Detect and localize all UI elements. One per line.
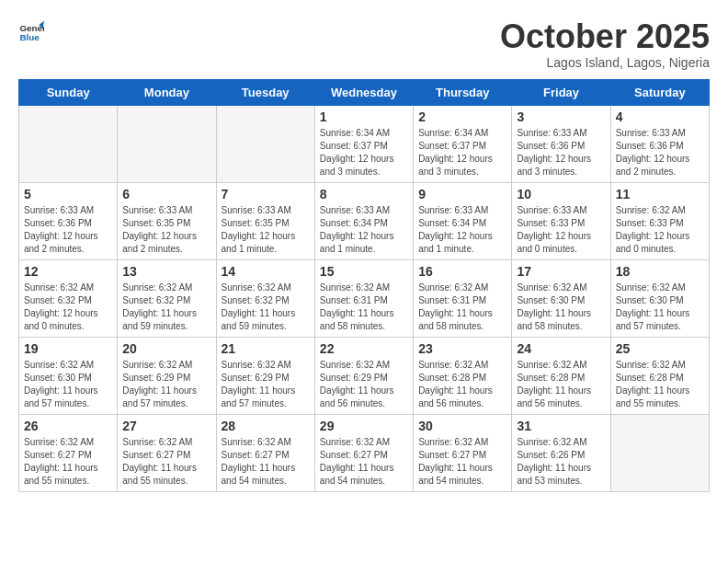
cell-w4-d4: 22Sunrise: 6:32 AM Sunset: 6:29 PM Dayli…	[314, 337, 413, 414]
day-info: Sunrise: 6:34 AM Sunset: 6:37 PM Dayligh…	[418, 127, 506, 178]
cell-w5-d1: 26Sunrise: 6:32 AM Sunset: 6:27 PM Dayli…	[19, 414, 118, 491]
header-row: Sunday Monday Tuesday Wednesday Thursday…	[19, 79, 710, 105]
cell-w1-d3	[216, 105, 314, 182]
day-number: 17	[517, 264, 605, 279]
title-section: October 2025 Lagos Island, Lagos, Nigeri…	[500, 18, 710, 70]
cell-w3-d4: 15Sunrise: 6:32 AM Sunset: 6:31 PM Dayli…	[314, 259, 413, 337]
day-number: 27	[122, 419, 210, 433]
cell-w2-d5: 9Sunrise: 6:33 AM Sunset: 6:34 PM Daylig…	[414, 182, 512, 259]
day-number: 15	[320, 264, 408, 279]
day-number: 6	[122, 187, 210, 201]
calendar-table: Sunday Monday Tuesday Wednesday Thursday…	[18, 79, 710, 492]
header-tuesday: Tuesday	[216, 79, 314, 105]
cell-w1-d6: 3Sunrise: 6:33 AM Sunset: 6:36 PM Daylig…	[512, 105, 610, 182]
day-info: Sunrise: 6:32 AM Sunset: 6:27 PM Dayligh…	[320, 436, 408, 488]
day-number: 23	[418, 341, 506, 356]
day-info: Sunrise: 6:32 AM Sunset: 6:29 PM Dayligh…	[320, 359, 408, 410]
day-number: 21	[222, 341, 310, 356]
day-number: 11	[616, 187, 704, 201]
day-number: 20	[122, 341, 210, 356]
header-saturday: Saturday	[610, 79, 709, 105]
day-number: 13	[122, 264, 210, 279]
cell-w2-d7: 11Sunrise: 6:32 AM Sunset: 6:33 PM Dayli…	[610, 182, 709, 259]
cell-w3-d5: 16Sunrise: 6:32 AM Sunset: 6:31 PM Dayli…	[414, 259, 512, 337]
day-number: 29	[320, 419, 408, 433]
day-info: Sunrise: 6:33 AM Sunset: 6:35 PM Dayligh…	[222, 204, 310, 256]
day-number: 2	[418, 109, 506, 124]
day-number: 1	[320, 109, 408, 124]
day-info: Sunrise: 6:32 AM Sunset: 6:31 PM Dayligh…	[418, 282, 506, 333]
day-number: 18	[616, 264, 704, 279]
cell-w2-d1: 5Sunrise: 6:33 AM Sunset: 6:36 PM Daylig…	[19, 182, 118, 259]
day-number: 31	[517, 419, 605, 433]
week-row-2: 5Sunrise: 6:33 AM Sunset: 6:36 PM Daylig…	[19, 182, 710, 259]
cell-w3-d2: 13Sunrise: 6:32 AM Sunset: 6:32 PM Dayli…	[118, 259, 216, 337]
day-info: Sunrise: 6:32 AM Sunset: 6:27 PM Dayligh…	[418, 436, 506, 488]
day-number: 28	[222, 419, 310, 433]
day-info: Sunrise: 6:32 AM Sunset: 6:28 PM Dayligh…	[616, 359, 704, 410]
header-thursday: Thursday	[414, 79, 512, 105]
cell-w4-d5: 23Sunrise: 6:32 AM Sunset: 6:28 PM Dayli…	[414, 337, 512, 414]
day-number: 12	[24, 264, 112, 279]
day-info: Sunrise: 6:34 AM Sunset: 6:37 PM Dayligh…	[320, 127, 408, 178]
week-row-5: 26Sunrise: 6:32 AM Sunset: 6:27 PM Dayli…	[19, 414, 710, 491]
header-friday: Friday	[512, 79, 610, 105]
cell-w5-d5: 30Sunrise: 6:32 AM Sunset: 6:27 PM Dayli…	[414, 414, 512, 491]
day-info: Sunrise: 6:32 AM Sunset: 6:32 PM Dayligh…	[222, 282, 310, 333]
cell-w3-d6: 17Sunrise: 6:32 AM Sunset: 6:30 PM Dayli…	[512, 259, 610, 337]
day-info: Sunrise: 6:33 AM Sunset: 6:36 PM Dayligh…	[24, 204, 112, 256]
day-number: 19	[24, 341, 112, 356]
cell-w2-d2: 6Sunrise: 6:33 AM Sunset: 6:35 PM Daylig…	[118, 182, 216, 259]
day-info: Sunrise: 6:33 AM Sunset: 6:34 PM Dayligh…	[320, 204, 408, 256]
cell-w1-d1	[19, 105, 118, 182]
week-row-1: 1Sunrise: 6:34 AM Sunset: 6:37 PM Daylig…	[19, 105, 710, 182]
cell-w2-d3: 7Sunrise: 6:33 AM Sunset: 6:35 PM Daylig…	[216, 182, 314, 259]
day-info: Sunrise: 6:32 AM Sunset: 6:32 PM Dayligh…	[24, 282, 112, 333]
cell-w1-d2	[118, 105, 216, 182]
day-number: 8	[320, 187, 408, 201]
header-sunday: Sunday	[19, 79, 118, 105]
day-info: Sunrise: 6:32 AM Sunset: 6:30 PM Dayligh…	[517, 282, 605, 333]
cell-w3-d1: 12Sunrise: 6:32 AM Sunset: 6:32 PM Dayli…	[19, 259, 118, 337]
cell-w2-d4: 8Sunrise: 6:33 AM Sunset: 6:34 PM Daylig…	[314, 182, 413, 259]
month-title: October 2025	[500, 18, 710, 55]
logo-icon: General Blue	[18, 18, 44, 44]
header-monday: Monday	[118, 79, 216, 105]
day-info: Sunrise: 6:32 AM Sunset: 6:30 PM Dayligh…	[24, 359, 112, 410]
cell-w5-d3: 28Sunrise: 6:32 AM Sunset: 6:27 PM Dayli…	[216, 414, 314, 491]
cell-w1-d5: 2Sunrise: 6:34 AM Sunset: 6:37 PM Daylig…	[414, 105, 512, 182]
location-subtitle: Lagos Island, Lagos, Nigeria	[500, 55, 710, 70]
cell-w4-d6: 24Sunrise: 6:32 AM Sunset: 6:28 PM Dayli…	[512, 337, 610, 414]
day-info: Sunrise: 6:33 AM Sunset: 6:33 PM Dayligh…	[517, 204, 605, 256]
cell-w4-d2: 20Sunrise: 6:32 AM Sunset: 6:29 PM Dayli…	[118, 337, 216, 414]
day-number: 10	[517, 187, 605, 201]
cell-w1-d4: 1Sunrise: 6:34 AM Sunset: 6:37 PM Daylig…	[314, 105, 413, 182]
cell-w2-d6: 10Sunrise: 6:33 AM Sunset: 6:33 PM Dayli…	[512, 182, 610, 259]
day-info: Sunrise: 6:32 AM Sunset: 6:29 PM Dayligh…	[122, 359, 210, 410]
day-number: 3	[517, 109, 605, 124]
day-info: Sunrise: 6:32 AM Sunset: 6:31 PM Dayligh…	[320, 282, 408, 333]
week-row-3: 12Sunrise: 6:32 AM Sunset: 6:32 PM Dayli…	[19, 259, 710, 337]
day-info: Sunrise: 6:33 AM Sunset: 6:36 PM Dayligh…	[517, 127, 605, 178]
day-info: Sunrise: 6:32 AM Sunset: 6:27 PM Dayligh…	[24, 436, 112, 488]
day-info: Sunrise: 6:32 AM Sunset: 6:33 PM Dayligh…	[616, 204, 704, 256]
day-number: 14	[222, 264, 310, 279]
cell-w5-d7	[610, 414, 709, 491]
day-info: Sunrise: 6:32 AM Sunset: 6:28 PM Dayligh…	[418, 359, 506, 410]
day-number: 4	[616, 109, 704, 124]
cell-w5-d2: 27Sunrise: 6:32 AM Sunset: 6:27 PM Dayli…	[118, 414, 216, 491]
day-info: Sunrise: 6:32 AM Sunset: 6:26 PM Dayligh…	[517, 436, 605, 488]
day-info: Sunrise: 6:32 AM Sunset: 6:27 PM Dayligh…	[222, 436, 310, 488]
cell-w3-d3: 14Sunrise: 6:32 AM Sunset: 6:32 PM Dayli…	[216, 259, 314, 337]
day-info: Sunrise: 6:32 AM Sunset: 6:28 PM Dayligh…	[517, 359, 605, 410]
day-number: 30	[418, 419, 506, 433]
week-row-4: 19Sunrise: 6:32 AM Sunset: 6:30 PM Dayli…	[19, 337, 710, 414]
day-number: 16	[418, 264, 506, 279]
cell-w5-d4: 29Sunrise: 6:32 AM Sunset: 6:27 PM Dayli…	[314, 414, 413, 491]
day-info: Sunrise: 6:32 AM Sunset: 6:29 PM Dayligh…	[222, 359, 310, 410]
day-number: 24	[517, 341, 605, 356]
day-number: 26	[24, 419, 112, 433]
day-number: 22	[320, 341, 408, 356]
day-info: Sunrise: 6:33 AM Sunset: 6:36 PM Dayligh…	[616, 127, 704, 178]
day-number: 5	[24, 187, 112, 201]
